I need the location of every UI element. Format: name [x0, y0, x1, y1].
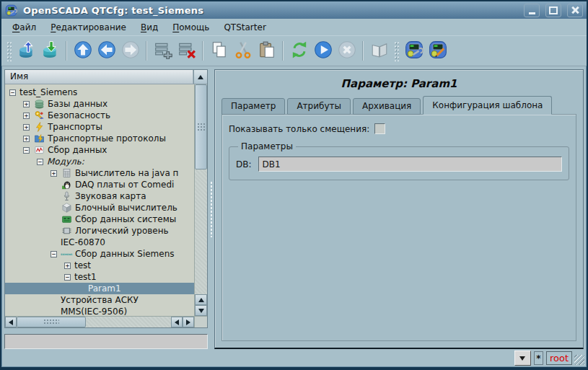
tree-item-logiclev[interactable]: Логический уровень	[5, 225, 194, 237]
tab-template-config[interactable]: Конфигурация шаблона	[423, 96, 552, 115]
tree-item-module[interactable]: −Модуль:	[5, 156, 194, 167]
tree-item-mms[interactable]: MMS(IEC-9506)	[5, 306, 194, 316]
vscroll-down-button[interactable]	[195, 305, 207, 316]
modified-flag-button[interactable]: *	[534, 351, 543, 365]
start-updating-button[interactable]	[311, 39, 335, 63]
expand-icon[interactable]: +	[23, 124, 30, 131]
nav-up-icon	[74, 40, 92, 61]
tree-item-protocols[interactable]: +Транспортные протоколы	[5, 133, 194, 144]
panel-splitter[interactable]	[208, 69, 214, 349]
tree-item-test_siemens[interactable]: −test_Siemens	[5, 87, 194, 98]
offsets-only-checkbox[interactable]	[374, 123, 385, 134]
tree-filter-field[interactable]	[4, 334, 208, 349]
minimize-icon	[529, 12, 535, 14]
menubar: ФайлРедактированиеВидПомощьQTStarter	[1, 19, 587, 36]
tree-item-comedi[interactable]: DAQ платы от Comedi	[5, 179, 194, 190]
tree-item-amrdevs[interactable]: Устройства АСКУ	[5, 294, 194, 306]
scroll-grip-icon	[43, 319, 59, 325]
paste-item-button[interactable]	[255, 39, 278, 63]
vscroll-up2-button[interactable]	[195, 294, 207, 305]
hscroll-left-button[interactable]	[5, 317, 17, 327]
tab-attributes[interactable]: Атрибуты	[287, 98, 351, 115]
tree-horizontal-scrollbar[interactable]	[5, 316, 207, 327]
tree-item-transports[interactable]: +Транспорты	[5, 121, 194, 133]
resize-grip[interactable]	[574, 355, 584, 365]
starter-cfg-icon	[405, 40, 424, 61]
go-up-button[interactable]	[71, 39, 95, 63]
titlebar[interactable]: OpenSCADA QTCfg: test_Siemens	[1, 1, 587, 19]
tree-item-test[interactable]: +test	[5, 260, 194, 271]
collapse-icon[interactable]: −	[9, 89, 16, 96]
tree-widget: Имя −test_Siemens+Базы данных+Безопаснос…	[4, 69, 208, 328]
expand-icon[interactable]: +	[23, 101, 30, 107]
maximize-button[interactable]	[545, 4, 561, 17]
qtvision-starter-button[interactable]	[426, 39, 449, 63]
tree-item-soundcard[interactable]: Звуковая карта	[5, 190, 194, 202]
cut-item-button[interactable]	[231, 39, 255, 63]
expand-icon[interactable]: +	[23, 113, 30, 119]
delete-item-button[interactable]	[175, 39, 198, 63]
menu-qtstarter[interactable]: QTStarter	[217, 20, 272, 35]
scrollbar-corner	[194, 317, 207, 327]
tree-item-systemdaq[interactable]: Сбор данных системы	[5, 213, 194, 225]
load-from-db-button[interactable]	[14, 39, 38, 63]
minimize-button[interactable]	[524, 4, 540, 17]
menu-файл[interactable]: Файл	[6, 20, 43, 35]
maximize-icon	[549, 6, 558, 14]
vscroll-up-button[interactable]	[193, 70, 207, 84]
expand-icon[interactable]: +	[64, 263, 71, 269]
collapse-icon[interactable]: −	[51, 251, 57, 257]
arrow-up-icon	[198, 75, 203, 79]
go-back-button[interactable]	[95, 39, 118, 63]
vscroll-trough[interactable]	[195, 169, 207, 294]
collapse-icon[interactable]: −	[23, 147, 30, 154]
expander-slot: −	[23, 147, 33, 154]
tree-vertical-scrollbar[interactable]	[194, 84, 207, 316]
tab-parameter[interactable]: Параметр	[221, 98, 285, 115]
tree-header-name-column[interactable]: Имя	[5, 70, 193, 84]
copy-item-button[interactable]	[207, 39, 231, 63]
hscroll-thumb[interactable]	[17, 317, 86, 327]
arrow-left-icon	[9, 320, 13, 325]
tree-item-daq[interactable]: −Сбор данных	[5, 144, 194, 156]
tree-item-databases[interactable]: +Базы данных	[5, 98, 194, 110]
manual-button[interactable]	[367, 39, 391, 63]
vscroll-thumb[interactable]	[195, 84, 207, 169]
refresh-button[interactable]	[287, 39, 311, 63]
expander-slot: +	[64, 263, 74, 269]
collapse-icon[interactable]: −	[64, 274, 71, 281]
sound-icon	[61, 191, 73, 201]
db-input[interactable]	[258, 157, 562, 172]
menu-помощь[interactable]: Помощь	[166, 20, 216, 35]
add-item-button[interactable]	[151, 39, 175, 63]
tree-item-label: test_Siemens	[19, 87, 77, 97]
nav-back-icon	[97, 40, 116, 61]
tree-item-label: Блочный вычислитель	[75, 203, 177, 213]
expand-icon[interactable]: +	[51, 170, 57, 177]
tree-item-blockcalc[interactable]: Блочный вычислитель	[5, 202, 194, 213]
tree-item-javalikecalc[interactable]: +Вычислитель на java п	[5, 167, 194, 179]
menu-вид[interactable]: Вид	[134, 20, 164, 35]
hscroll-right-button[interactable]	[183, 317, 194, 327]
save-to-db-button[interactable]	[38, 39, 62, 63]
qtcfg-starter-button[interactable]	[402, 39, 426, 63]
expander-slot: −	[64, 274, 74, 281]
tab-archiving[interactable]: Архивация	[353, 98, 421, 115]
collapse-icon[interactable]: −	[37, 159, 43, 165]
tree-item-param1[interactable]: Param1	[5, 283, 194, 294]
toolbar-drag-handle[interactable]	[394, 41, 399, 61]
tree-item-siemens[interactable]: −SIEMENSСбор данных Siemens	[5, 248, 194, 260]
toolbar-separator	[66, 41, 67, 61]
stop-icon	[338, 40, 356, 61]
tree-item-iec60870[interactable]: IEC-60870	[5, 237, 194, 248]
hscroll-left2-button[interactable]	[171, 317, 183, 327]
menu-редактирование[interactable]: Редактирование	[44, 20, 133, 35]
close-button[interactable]	[567, 4, 583, 17]
status-dropdown-button[interactable]	[514, 351, 531, 366]
security-icon	[33, 110, 45, 120]
hscroll-trough[interactable]	[86, 317, 171, 327]
tree-item-security[interactable]: +Безопасность	[5, 110, 194, 121]
toolbar-drag-handle[interactable]	[6, 41, 12, 61]
expand-icon[interactable]: +	[23, 136, 30, 142]
tree-item-test1[interactable]: −test1	[5, 271, 194, 283]
